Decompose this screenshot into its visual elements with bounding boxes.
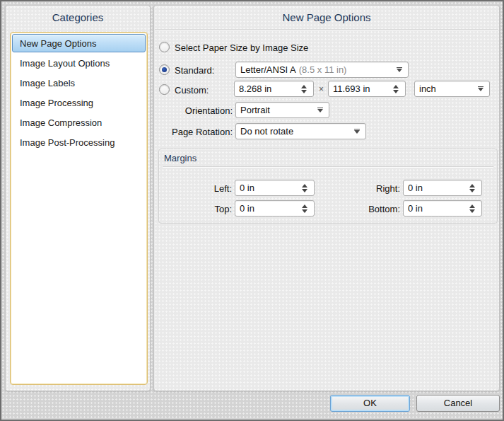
sidebar-item-image-compression[interactable]: Image Compression (12, 113, 146, 132)
chevron-down-icon (397, 69, 402, 72)
spinner-down-icon[interactable] (302, 189, 307, 192)
radio-by-image-size-label[interactable]: Select Paper Size by Image Size (175, 42, 308, 53)
custom-width-value: 8.268 in (239, 83, 271, 94)
spinner-up-icon[interactable] (469, 184, 475, 188)
spinner-up-icon[interactable] (393, 85, 399, 88)
spinner-down-icon[interactable] (469, 209, 475, 213)
margin-right-value: 0 in (408, 183, 423, 193)
categories-list: New Page Options Image Layout Options Im… (11, 33, 147, 154)
margin-right-stepper[interactable]: 0 in (403, 180, 482, 196)
margin-left-value: 0 in (240, 183, 254, 193)
orientation-select[interactable]: Portrait (235, 102, 329, 118)
page-rotation-select[interactable]: Do not rotate (235, 123, 366, 139)
new-page-options-dialog: Categories New Page Options Image Layout… (0, 0, 504, 421)
title-separator (155, 29, 498, 30)
spinner-arrows-icon[interactable] (469, 184, 476, 192)
spinner-up-icon[interactable] (302, 184, 307, 188)
spinner-down-icon[interactable] (469, 189, 475, 192)
spinner-arrows-icon[interactable] (302, 184, 308, 192)
sidebar-item-image-layout-options[interactable]: Image Layout Options (12, 54, 146, 72)
sidebar-item-image-labels[interactable]: Image Labels (12, 74, 146, 92)
margins-separator (163, 166, 493, 167)
radio-custom-label[interactable]: Custom: (175, 85, 209, 96)
radio-standard[interactable] (159, 64, 170, 75)
custom-unit-select[interactable]: inch (414, 81, 490, 97)
standard-paper-size-detail: (8.5 x 11 in) (299, 64, 347, 75)
custom-width-stepper[interactable]: 8.268 in (234, 81, 314, 97)
standard-paper-size-value: Letter/ANSI A (240, 64, 296, 75)
spinner-up-icon[interactable] (302, 204, 307, 208)
categories-panel: Categories New Page Options Image Layout… (5, 5, 151, 391)
standard-paper-size-select[interactable]: Letter/ANSI A (8.5 x 11 in) (235, 62, 409, 78)
margin-left-label: Left: (185, 183, 232, 194)
orientation-value: Portrait (240, 105, 270, 115)
spinner-arrows-icon[interactable] (469, 204, 476, 213)
spinner-up-icon[interactable] (469, 204, 475, 208)
radio-by-image-size[interactable] (159, 42, 170, 52)
spinner-arrows-icon[interactable] (393, 85, 399, 93)
spinner-down-icon[interactable] (301, 90, 307, 93)
spinner-down-icon[interactable] (393, 90, 399, 93)
page-rotation-value: Do not rotate (240, 126, 293, 137)
sidebar-item-image-post-processing[interactable]: Image Post-Processing (12, 133, 146, 151)
spinner-arrows-icon[interactable] (302, 204, 308, 213)
chevron-down-icon (354, 130, 360, 134)
custom-height-stepper[interactable]: 11.693 in (328, 81, 406, 97)
margin-top-label: Top: (185, 204, 232, 214)
orientation-label: Orientation: (162, 105, 233, 116)
sidebar-item-new-page-options[interactable]: New Page Options (12, 34, 146, 52)
sidebar-item-image-processing[interactable]: Image Processing (12, 93, 146, 112)
cancel-button[interactable]: Cancel (416, 395, 500, 412)
custom-unit-value: inch (419, 83, 436, 94)
margin-top-value: 0 in (240, 203, 254, 214)
categories-listbox: New Page Options Image Layout Options Im… (10, 32, 148, 385)
chevron-down-icon (317, 109, 323, 113)
chevron-down-icon (478, 88, 484, 91)
margin-left-stepper[interactable]: 0 in (235, 180, 315, 196)
radio-custom[interactable] (159, 84, 170, 95)
margin-bottom-stepper[interactable]: 0 in (403, 200, 482, 217)
spinner-down-icon[interactable] (302, 209, 307, 213)
new-page-options-panel: New Page Options Select Paper Size by Im… (153, 5, 500, 391)
margin-bottom-value: 0 in (408, 203, 423, 214)
margin-right-label: Right: (339, 183, 400, 194)
ok-button[interactable]: OK (330, 395, 410, 412)
radio-standard-label[interactable]: Standard: (175, 65, 214, 76)
custom-height-value: 11.693 in (333, 83, 370, 94)
margins-groupbox: Margins Left: 0 in Right: 0 in Top: 0 in (158, 149, 498, 224)
page-title: New Page Options (154, 6, 499, 23)
spinner-up-icon[interactable] (301, 85, 307, 88)
margin-top-stepper[interactable]: 0 in (235, 200, 315, 217)
multiply-sign: × (319, 84, 324, 94)
spinner-arrows-icon[interactable] (301, 85, 307, 93)
page-rotation-label: Page Rotation: (162, 127, 233, 137)
margins-title: Margins (164, 153, 197, 163)
categories-header: Categories (6, 6, 150, 23)
margin-bottom-label: Bottom: (339, 204, 400, 214)
